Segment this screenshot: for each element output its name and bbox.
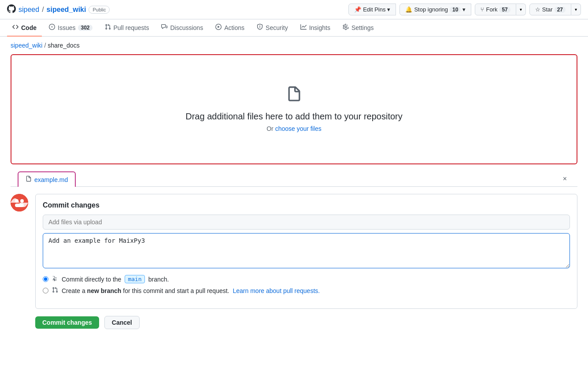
tab-pr-label: Pull requests: [114, 24, 149, 31]
tab-actions-label: Actions: [224, 24, 244, 31]
commit-actions: Commit changes Cancel: [35, 316, 577, 329]
stop-ignoring-button[interactable]: 🔔 Stop ignoring 10 ▾: [399, 4, 471, 15]
branch-tag: main: [125, 275, 144, 283]
tab-settings-label: Settings: [351, 24, 374, 31]
pr-icon: [105, 24, 111, 31]
tab-insights[interactable]: Insights: [295, 19, 336, 37]
edit-pins-label: Edit Pins: [363, 6, 385, 13]
stop-ignoring-count: 10: [450, 7, 461, 13]
choose-files-link[interactable]: choose your files: [275, 125, 322, 132]
actions-icon: [215, 24, 222, 31]
tab-discussions-label: Discussions: [170, 24, 203, 31]
visibility-badge: Public: [89, 6, 110, 14]
discussions-icon: [161, 24, 167, 31]
close-icon: ×: [563, 175, 567, 182]
drop-zone[interactable]: Drag additional files here to add them t…: [11, 54, 577, 164]
file-tab[interactable]: example.md: [18, 171, 76, 187]
svg-point-1: [15, 199, 18, 203]
drop-zone-subtitle: Or choose your files: [266, 125, 322, 132]
issues-count: 302: [78, 25, 92, 31]
commit-direct-suffix: branch.: [148, 276, 169, 283]
security-icon: [257, 24, 263, 31]
fork-label: Fork: [486, 6, 497, 13]
breadcrumb: sipeed_wiki / share_docs: [0, 37, 588, 54]
commit-changes-button[interactable]: Commit changes: [35, 316, 99, 329]
commit-direct-radio[interactable]: [43, 276, 48, 282]
commit-option-branch[interactable]: Create a new branch for this commit and …: [43, 287, 570, 294]
edit-pins-group: 📌 Edit Pins ▾: [348, 4, 396, 15]
github-logo-icon: [7, 4, 16, 15]
stop-ignoring-label: Stop ignoring: [414, 6, 448, 13]
nav-tabs: Code Issues 302 Pull requests Discussion…: [0, 19, 588, 37]
breadcrumb-root[interactable]: sipeed_wiki: [11, 42, 42, 49]
star-label: Star: [542, 6, 553, 13]
code-icon: [12, 24, 18, 31]
star-dropdown-button[interactable]: ▾: [571, 4, 581, 15]
svg-rect-3: [15, 204, 24, 207]
star-count: 27: [555, 7, 566, 13]
pin-icon: 📌: [354, 6, 361, 13]
file-icon: [286, 86, 302, 106]
bell-icon: 🔔: [405, 6, 412, 13]
tab-issues-label: Issues: [58, 24, 75, 31]
avatar: [11, 194, 28, 211]
star-group: ☆ Star 27 ▾: [529, 4, 581, 15]
pr-icon: [52, 287, 58, 294]
tab-pull-requests[interactable]: Pull requests: [100, 19, 155, 37]
commit-option-direct[interactable]: Commit directly to the main branch.: [43, 275, 570, 283]
fork-icon: ⑂: [481, 6, 484, 13]
fork-dropdown-button[interactable]: ▾: [516, 4, 526, 15]
dropdown-icon: ▾: [462, 6, 466, 13]
tab-settings[interactable]: Settings: [337, 19, 379, 37]
issues-icon: [49, 24, 55, 31]
file-tabs-row: example.md ×: [11, 171, 577, 187]
top-bar: sipeed / sipeed_wiki Public 📌 Edit Pins …: [0, 0, 588, 19]
svg-point-2: [20, 199, 24, 203]
insights-icon: [300, 24, 307, 31]
commit-branch-prefix: Create a new branch for this commit and …: [62, 287, 229, 294]
stop-ignoring-group: 🔔 Stop ignoring 10 ▾: [399, 4, 471, 15]
tab-discussions[interactable]: Discussions: [156, 19, 208, 37]
file-close-button[interactable]: ×: [559, 173, 570, 185]
drop-zone-title: Drag additional files here to add them t…: [185, 111, 403, 122]
breadcrumb-path: share_docs: [48, 42, 79, 49]
commit-branch-radio[interactable]: [43, 288, 48, 293]
commit-form: Commit changes Add an example for MaixPy…: [35, 194, 577, 329]
breadcrumb-sep: /: [44, 42, 46, 49]
top-bar-actions: 📌 Edit Pins ▾ 🔔 Stop ignoring 10 ▾ ⑂ For…: [348, 4, 581, 15]
drop-zone-prefix: Or: [266, 125, 275, 132]
main-content: Drag additional files here to add them t…: [0, 54, 588, 347]
commit-icon: [52, 275, 58, 283]
commit-section: Commit changes Add an example for MaixPy…: [11, 187, 577, 336]
commit-options: Commit directly to the main branch. Crea…: [43, 275, 570, 294]
repo-title: sipeed / sipeed_wiki Public: [7, 4, 110, 15]
repo-separator: /: [42, 6, 44, 14]
cancel-button[interactable]: Cancel: [104, 316, 140, 329]
repo-name[interactable]: sipeed_wiki: [47, 6, 86, 14]
tab-security-label: Security: [266, 24, 288, 31]
learn-more-link[interactable]: Learn more about pull requests.: [233, 287, 320, 294]
commit-direct-prefix: Commit directly to the: [62, 276, 121, 283]
dropdown-icon: ▾: [387, 6, 390, 13]
commit-description-textarea[interactable]: Add an example for MaixPy3: [43, 233, 570, 268]
settings-icon: [343, 24, 349, 31]
tab-insights-label: Insights: [309, 24, 330, 31]
tab-issues[interactable]: Issues 302: [44, 19, 98, 37]
fork-group: ⑂ Fork 57 ▾: [475, 4, 525, 15]
commit-form-title: Commit changes: [43, 201, 570, 209]
file-tab-icon: [26, 176, 32, 183]
star-button[interactable]: ☆ Star 27: [529, 4, 571, 15]
fork-count: 57: [499, 7, 510, 13]
tab-security[interactable]: Security: [251, 19, 293, 37]
commit-container: Commit changes Add an example for MaixPy…: [35, 194, 577, 309]
tab-code[interactable]: Code: [7, 19, 42, 37]
star-icon: ☆: [535, 6, 540, 13]
repo-owner[interactable]: sipeed: [18, 6, 39, 14]
edit-pins-button[interactable]: 📌 Edit Pins ▾: [348, 4, 396, 15]
tab-code-label: Code: [21, 24, 37, 31]
commit-summary-input[interactable]: [43, 215, 570, 230]
fork-button[interactable]: ⑂ Fork 57: [475, 4, 516, 15]
file-tab-name: example.md: [34, 176, 68, 183]
tab-actions[interactable]: Actions: [210, 19, 250, 37]
